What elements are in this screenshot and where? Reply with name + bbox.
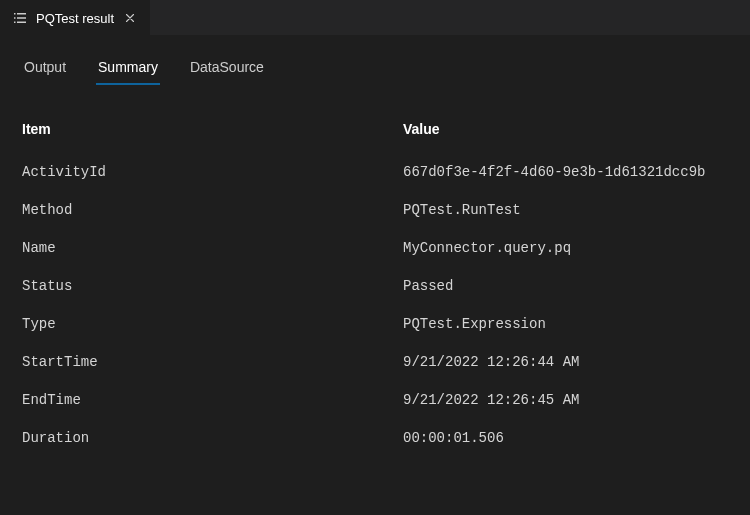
- cell-value: 00:00:01.506: [403, 430, 730, 446]
- panel-content: Output Summary DataSource Item Value Act…: [0, 35, 750, 475]
- cell-item: ActivityId: [20, 164, 403, 180]
- cell-item: Name: [20, 240, 403, 256]
- cell-value: MyConnector.query.pq: [403, 240, 730, 256]
- table-row: TypePQTest.Expression: [20, 305, 730, 343]
- table-row: ActivityId667d0f3e-4f2f-4d60-9e3b-1d6132…: [20, 153, 730, 191]
- cell-item: Method: [20, 202, 403, 218]
- cell-value: 9/21/2022 12:26:45 AM: [403, 392, 730, 408]
- tab-summary[interactable]: Summary: [96, 53, 160, 85]
- column-header-item: Item: [20, 121, 403, 137]
- cell-value: 667d0f3e-4f2f-4d60-9e3b-1d61321dcc9b: [403, 164, 730, 180]
- table-row: EndTime9/21/2022 12:26:45 AM: [20, 381, 730, 419]
- editor-tab-title: PQTest result: [36, 11, 114, 26]
- close-icon[interactable]: [122, 10, 138, 26]
- cell-value: Passed: [403, 278, 730, 294]
- list-flat-icon: [12, 10, 28, 26]
- table-body: ActivityId667d0f3e-4f2f-4d60-9e3b-1d6132…: [20, 153, 730, 457]
- table-row: StartTime9/21/2022 12:26:44 AM: [20, 343, 730, 381]
- tab-output[interactable]: Output: [22, 53, 68, 85]
- editor-tab-pqtest-result[interactable]: PQTest result: [0, 0, 150, 35]
- summary-table: Item Value ActivityId667d0f3e-4f2f-4d60-…: [20, 113, 730, 457]
- table-row: StatusPassed: [20, 267, 730, 305]
- table-row: MethodPQTest.RunTest: [20, 191, 730, 229]
- cell-item: Status: [20, 278, 403, 294]
- column-header-value: Value: [403, 121, 730, 137]
- cell-value: PQTest.RunTest: [403, 202, 730, 218]
- cell-item: StartTime: [20, 354, 403, 370]
- cell-value: 9/21/2022 12:26:44 AM: [403, 354, 730, 370]
- sub-tab-bar: Output Summary DataSource: [20, 53, 730, 85]
- table-row: Duration00:00:01.506: [20, 419, 730, 457]
- table-row: NameMyConnector.query.pq: [20, 229, 730, 267]
- editor-tab-bar: PQTest result: [0, 0, 750, 35]
- table-header-row: Item Value: [20, 113, 730, 153]
- cell-item: EndTime: [20, 392, 403, 408]
- cell-value: PQTest.Expression: [403, 316, 730, 332]
- tab-datasource[interactable]: DataSource: [188, 53, 266, 85]
- cell-item: Type: [20, 316, 403, 332]
- cell-item: Duration: [20, 430, 403, 446]
